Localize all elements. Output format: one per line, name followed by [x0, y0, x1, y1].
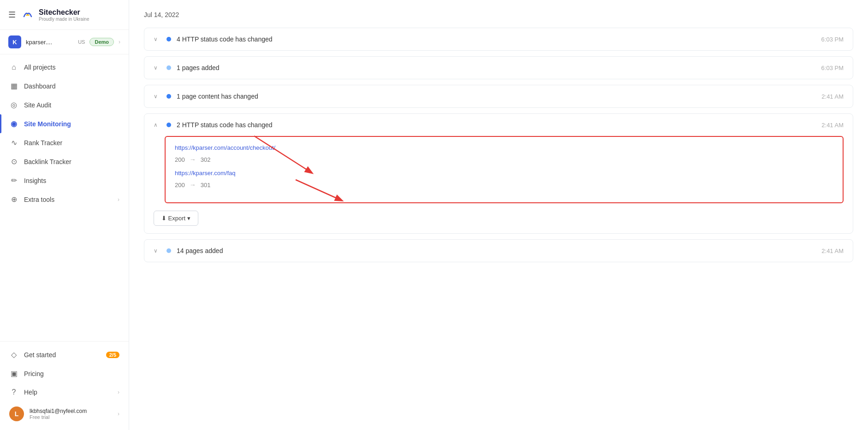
- events-container: ∨ 4 HTTP status code has changed 6:03 PM…: [144, 28, 853, 262]
- status-change: 200 → 301: [175, 181, 833, 188]
- site-monitoring-icon: ◉: [9, 119, 18, 128]
- diamond-icon: ◇: [9, 350, 18, 359]
- sidebar-item-rank-tracker[interactable]: ∿ Rank Tracker: [0, 133, 129, 152]
- sidebar-item-get-started[interactable]: ◇ Get started 2/5: [0, 345, 129, 364]
- backlink-tracker-label: Backlink Tracker: [24, 158, 71, 165]
- status-from: 200: [175, 156, 185, 163]
- sidebar-item-extra-tools[interactable]: ⊕ Extra tools ›: [0, 190, 129, 209]
- event-row-3: ∨ 1 page content has changed 2:41 AM: [144, 85, 853, 108]
- get-started-badge: 2/5: [106, 352, 119, 358]
- detail-url[interactable]: https://kparser.com/faq: [175, 170, 833, 177]
- help-icon: ?: [9, 388, 18, 396]
- user-plan: Free trial: [30, 414, 112, 420]
- main-wrapper: Jul 14, 2022 ∨ 4 HTTP status code has ch…: [129, 0, 868, 430]
- chevron-down-icon: ∨: [154, 247, 161, 254]
- logo-text: Sitechecker Proudly made in Ukraine: [39, 8, 89, 22]
- extra-tools-label: Extra tools: [24, 196, 54, 203]
- sidebar-item-insights[interactable]: ✏ Insights: [0, 171, 129, 190]
- user-profile[interactable]: L lkbhsqfai1@nyfeel.com Free trial ›: [0, 401, 129, 426]
- detail-url[interactable]: https://kparser.com/account/checkout/: [175, 144, 833, 151]
- chevron-down-icon: ∨: [154, 65, 161, 71]
- help-label: Help: [24, 389, 37, 396]
- all-projects-icon: ⌂: [9, 63, 18, 71]
- event-header-3[interactable]: ∨ 1 page content has changed 2:41 AM: [144, 85, 853, 107]
- dashboard-icon: ▦: [9, 82, 18, 90]
- rank-tracker-label: Rank Tracker: [24, 139, 62, 147]
- event-row-2: ∨ 1 pages added 6:03 PM: [144, 56, 853, 79]
- status-change: 200 → 302: [175, 156, 833, 163]
- event-time: 2:41 AM: [821, 93, 844, 100]
- event-title: 14 pages added: [177, 247, 816, 254]
- chevron-down-icon: ∨: [154, 36, 161, 42]
- status-dot: [166, 65, 171, 70]
- rank-tracker-icon: ∿: [9, 138, 18, 147]
- page-date: Jul 14, 2022: [144, 11, 853, 18]
- sidebar-item-backlink-tracker[interactable]: ⊙ Backlink Tracker: [0, 152, 129, 171]
- arrow-icon: →: [190, 156, 196, 163]
- sidebar-header: ☰ Sitechecker Proudly made in Ukraine: [0, 0, 129, 30]
- event-time: 2:41 AM: [821, 122, 844, 129]
- pricing-icon: ▣: [9, 369, 18, 378]
- insights-label: Insights: [24, 177, 46, 184]
- event-title: 2 HTTP status code has changed: [177, 121, 816, 129]
- demo-badge: Demo: [89, 38, 114, 46]
- event-row-4: ∧ 2 HTTP status code has changed 2:41 AM…: [144, 113, 853, 234]
- event-time: 6:03 PM: [821, 65, 844, 71]
- event-time: 2:41 AM: [821, 247, 844, 254]
- event-header-1[interactable]: ∨ 4 HTTP status code has changed 6:03 PM: [144, 28, 853, 50]
- sidebar-item-dashboard[interactable]: ▦ Dashboard: [0, 77, 129, 95]
- event-header-4[interactable]: ∧ 2 HTTP status code has changed 2:41 AM: [144, 114, 853, 136]
- user-email: lkbhsqfai1@nyfeel.com: [30, 408, 112, 414]
- event-row-1: ∨ 4 HTTP status code has changed 6:03 PM: [144, 28, 853, 51]
- logo-icon: [20, 7, 35, 22]
- backlink-tracker-icon: ⊙: [9, 157, 18, 166]
- event-row-5: ∨ 14 pages added 2:41 AM: [144, 239, 853, 262]
- app-subtitle: Proudly made in Ukraine: [39, 17, 89, 22]
- help-expand-icon: ›: [118, 389, 119, 395]
- insights-icon: ✏: [9, 176, 18, 185]
- extra-tools-expand-icon: ›: [118, 196, 119, 203]
- status-dot: [166, 248, 171, 253]
- project-selector[interactable]: K kparser.... US Demo ›: [0, 30, 129, 54]
- site-audit-icon: ◎: [9, 100, 18, 109]
- site-monitoring-label: Site Monitoring: [24, 120, 71, 128]
- dashboard-label: Dashboard: [24, 82, 56, 90]
- event-header-2[interactable]: ∨ 1 pages added 6:03 PM: [144, 57, 853, 79]
- status-dot: [166, 94, 171, 99]
- event-title: 1 pages added: [177, 64, 816, 71]
- site-audit-label: Site Audit: [24, 101, 51, 109]
- app-name: Sitechecker: [39, 8, 89, 17]
- hamburger-menu-icon[interactable]: ☰: [8, 10, 16, 20]
- user-info: lkbhsqfai1@nyfeel.com Free trial: [30, 408, 112, 420]
- export-button[interactable]: ⬇ Export ▾: [154, 211, 198, 226]
- project-region: US: [78, 39, 85, 45]
- sidebar-item-help[interactable]: ? Help ›: [0, 383, 129, 401]
- event-header-5[interactable]: ∨ 14 pages added 2:41 AM: [144, 240, 853, 262]
- event-time: 6:03 PM: [821, 36, 844, 43]
- sidebar-item-pricing[interactable]: ▣ Pricing: [0, 364, 129, 383]
- main-content: Jul 14, 2022 ∨ 4 HTTP status code has ch…: [129, 0, 868, 279]
- status-to: 302: [201, 156, 211, 163]
- sidebar-bottom: ◇ Get started 2/5 ▣ Pricing ? Help › L l…: [0, 341, 129, 430]
- project-initial: K: [8, 35, 21, 48]
- sidebar-item-site-audit[interactable]: ◎ Site Audit: [0, 95, 129, 114]
- user-avatar: L: [9, 406, 24, 421]
- project-name: kparser....: [26, 39, 72, 46]
- event-detail-box: https://kparser.com/account/checkout/ 20…: [165, 136, 844, 203]
- event-title: 1 page content has changed: [177, 93, 816, 100]
- sidebar-item-all-projects[interactable]: ⌂ All projects: [0, 58, 129, 77]
- sidebar: ☰ Sitechecker Proudly made in Ukraine K …: [0, 0, 129, 430]
- all-projects-label: All projects: [24, 64, 55, 71]
- sidebar-nav: ⌂ All projects ▦ Dashboard ◎ Site Audit …: [0, 54, 129, 341]
- chevron-right-icon: ›: [119, 39, 120, 45]
- extra-tools-icon: ⊕: [9, 195, 18, 204]
- logo-area: Sitechecker Proudly made in Ukraine: [20, 7, 89, 22]
- status-to: 301: [201, 182, 211, 188]
- chevron-up-icon: ∧: [154, 122, 161, 128]
- event-title: 4 HTTP status code has changed: [177, 35, 816, 43]
- status-dot: [166, 37, 171, 41]
- pricing-label: Pricing: [24, 370, 44, 377]
- sidebar-item-site-monitoring[interactable]: ◉ Site Monitoring: [0, 114, 129, 133]
- arrow-icon: →: [190, 181, 196, 188]
- user-expand-icon: ›: [118, 411, 119, 417]
